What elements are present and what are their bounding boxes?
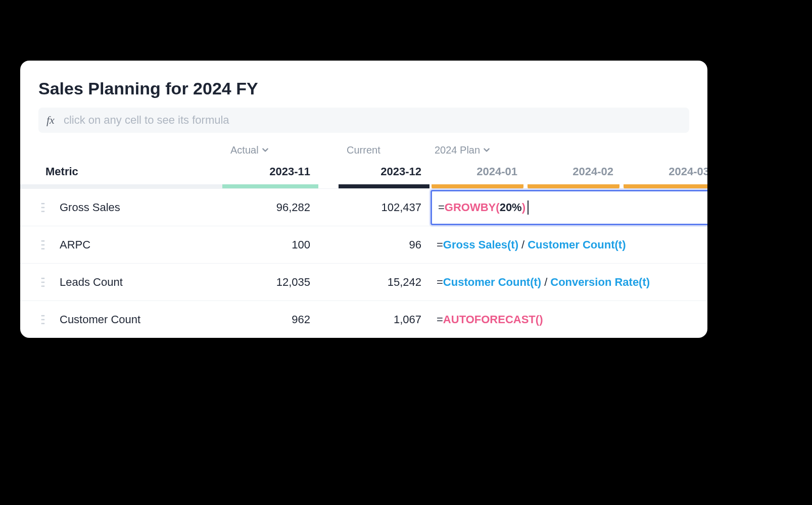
column-group-current-label: Current xyxy=(347,144,380,156)
svg-point-17 xyxy=(43,285,44,287)
svg-point-20 xyxy=(41,319,43,321)
svg-point-6 xyxy=(41,240,43,242)
formula-token-paren: ( xyxy=(496,201,499,214)
formula-token-op: / xyxy=(518,238,528,251)
header-underline xyxy=(20,184,707,188)
chevron-down-icon xyxy=(483,146,490,154)
table-row: Leads Count12,03515,242=Customer Count(t… xyxy=(20,263,707,300)
cell-actual[interactable]: 962 xyxy=(222,313,318,326)
metric-name[interactable]: Customer Count xyxy=(60,313,140,326)
svg-point-5 xyxy=(43,211,44,212)
svg-point-7 xyxy=(43,240,44,242)
cell-actual[interactable]: 100 xyxy=(222,238,318,251)
formula-token-paren: ( xyxy=(536,313,539,326)
table-row: Customer Count9621,067=AUTOFORECAST() xyxy=(20,300,707,338)
period-plan-group: 2024-01 2024-02 2024-03 xyxy=(429,159,707,184)
metric-name[interactable]: Leads Count xyxy=(60,276,123,289)
drag-handle-icon[interactable] xyxy=(30,239,56,250)
cell-current[interactable]: 1,067 xyxy=(339,313,429,326)
period-current[interactable]: 2023-12 xyxy=(339,165,429,178)
column-period-row: Metric 2023-11 2023-12 2024-01 2024-02 2… xyxy=(20,159,707,184)
formula-token-eq: = xyxy=(437,238,443,251)
cell-formula[interactable]: =Customer Count(t)/Conversion Rate(t) xyxy=(429,264,707,301)
period-plan-0[interactable]: 2024-01 xyxy=(429,165,526,178)
svg-point-4 xyxy=(41,211,43,212)
period-plan-2[interactable]: 2024-03 xyxy=(622,165,707,178)
formula-token-ref: Customer Count(t) xyxy=(443,276,541,289)
svg-point-1 xyxy=(43,203,44,205)
drag-handle-icon[interactable] xyxy=(30,202,56,213)
cell-current[interactable]: 96 xyxy=(339,238,429,251)
metric-header: Metric xyxy=(20,165,222,178)
formula-token-arg: 20% xyxy=(500,201,522,214)
svg-point-15 xyxy=(43,282,44,283)
formula-token-op: / xyxy=(541,276,550,289)
formula-token-eq: = xyxy=(437,276,443,289)
svg-point-3 xyxy=(43,207,44,209)
svg-point-10 xyxy=(41,248,43,249)
table-row: ARPC10096=Gross Sales(t)/Customer Count(… xyxy=(20,226,707,263)
formula-token-ref: Gross Sales(t) xyxy=(443,238,518,251)
metric-name[interactable]: Gross Sales xyxy=(60,201,120,214)
formula-token-paren: ) xyxy=(522,201,526,214)
formula-token-eq: = xyxy=(437,313,443,326)
column-group-plan[interactable]: 2024 Plan xyxy=(429,144,707,156)
page-title: Sales Planning for 2024 FY xyxy=(20,61,707,108)
cell-formula[interactable]: =AUTOFORECAST() xyxy=(429,301,707,338)
svg-point-2 xyxy=(41,207,43,209)
svg-point-0 xyxy=(41,203,43,205)
svg-point-16 xyxy=(41,285,43,287)
svg-point-21 xyxy=(43,319,44,321)
text-cursor xyxy=(528,200,529,215)
svg-point-23 xyxy=(43,323,44,324)
formula-bar-placeholder: click on any cell to see its formula xyxy=(64,114,229,127)
formula-token-fn: GROWBY xyxy=(445,201,496,214)
column-group-current: Current xyxy=(339,144,429,156)
drag-handle-icon[interactable] xyxy=(30,277,56,288)
cell-actual[interactable]: 12,035 xyxy=(222,276,318,289)
formula-token-ref: Conversion Rate(t) xyxy=(550,276,650,289)
column-group-row: Actual Current 2024 Plan xyxy=(20,141,707,159)
cell-current[interactable]: 102,437 xyxy=(339,201,429,214)
column-group-actual[interactable]: Actual xyxy=(222,144,318,156)
planning-card: Sales Planning for 2024 FY fx click on a… xyxy=(20,61,707,338)
formula-token-ref: Customer Count(t) xyxy=(528,238,626,251)
formula-token-fn: AUTOFORECAST xyxy=(443,313,536,326)
planning-table: Actual Current 2024 Plan Metric 2023-11 … xyxy=(20,141,707,338)
period-plan-1[interactable]: 2024-02 xyxy=(526,165,622,178)
chevron-down-icon xyxy=(262,146,269,154)
cell-formula-editing[interactable]: =GROWBY(20%) xyxy=(431,190,707,225)
formula-token-eq: = xyxy=(438,201,445,214)
formula-token-paren: ) xyxy=(539,313,543,326)
cell-actual[interactable]: 96,282 xyxy=(222,201,318,214)
svg-point-12 xyxy=(41,278,43,279)
fx-icon: fx xyxy=(46,114,55,127)
svg-point-19 xyxy=(43,315,44,317)
column-group-actual-label: Actual xyxy=(230,144,259,156)
formula-bar[interactable]: fx click on any cell to see its formula xyxy=(38,108,689,133)
svg-point-18 xyxy=(41,315,43,317)
svg-point-13 xyxy=(43,278,44,279)
drag-handle-icon[interactable] xyxy=(30,314,56,325)
cell-formula[interactable]: =Gross Sales(t)/Customer Count(t) xyxy=(429,226,707,264)
metric-name[interactable]: ARPC xyxy=(60,238,90,251)
svg-point-22 xyxy=(41,323,43,324)
svg-point-14 xyxy=(41,282,43,283)
svg-point-8 xyxy=(41,244,43,246)
svg-point-11 xyxy=(43,248,44,249)
table-row: Gross Sales96,282102,437=GROWBY(20%) xyxy=(20,188,707,226)
cell-current[interactable]: 15,242 xyxy=(339,276,429,289)
column-group-plan-label: 2024 Plan xyxy=(435,144,480,156)
period-actual[interactable]: 2023-11 xyxy=(222,165,318,178)
svg-point-9 xyxy=(43,244,44,246)
